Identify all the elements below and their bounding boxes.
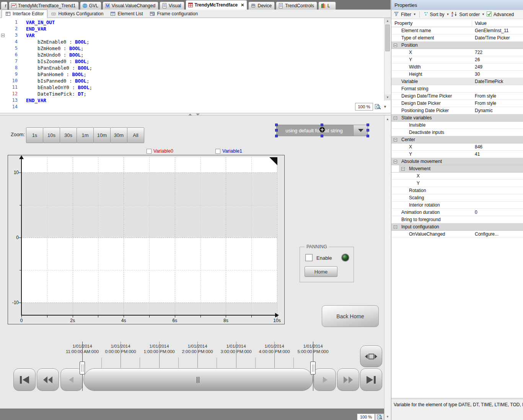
editor-splitter[interactable] [0, 113, 391, 116]
subtab-element-list[interactable]: Element List [107, 10, 146, 18]
code-scrollbar[interactable]: ▲ ▼ [384, 18, 390, 101]
zoom-button-30s[interactable]: 30s [60, 127, 77, 143]
dropdown-arrow-icon[interactable] [353, 125, 368, 136]
property-group-center[interactable]: Center [391, 136, 523, 143]
code-line[interactable]: 10 bIsPanned0 : BOOL; [0, 78, 391, 84]
code-line[interactable]: 3VAR [0, 32, 391, 39]
selection-handle[interactable] [321, 135, 323, 137]
property-row-x[interactable]: X [391, 173, 523, 180]
code-line[interactable]: 13END_VAR [0, 97, 391, 104]
property-group-input-configuration[interactable]: Input configuration [391, 223, 523, 231]
property-row-bring-to-foreground[interactable]: Bring to foreground [391, 216, 523, 223]
property-group-position[interactable]: Position [391, 42, 523, 49]
code-line[interactable]: 7 bIsZoomed0 : BOOL; [0, 58, 391, 65]
sort-by-menu[interactable]: Sort by [430, 12, 445, 17]
doc-tab-partial[interactable]: r [1, 2, 8, 10]
magnifier-icon[interactable] [373, 103, 382, 111]
property-row-x[interactable]: X722 [391, 49, 523, 56]
chevron-down-icon[interactable]: ▼ [383, 105, 387, 109]
fold-collapse-icon[interactable] [1, 34, 5, 37]
element-center-anchor-icon[interactable] [319, 127, 325, 134]
fast-forward-button[interactable] [337, 368, 359, 391]
code-line[interactable]: 12 DateTimePick: DT; [0, 91, 391, 97]
collapse-icon[interactable] [401, 167, 405, 171]
property-value[interactable]: GenElemInst_11 [475, 28, 509, 33]
code-line[interactable]: 5 bZmHome0 : BOOL; [0, 45, 391, 52]
selection-handle[interactable] [321, 124, 323, 126]
property-row-rotation[interactable]: Rotation [391, 187, 523, 194]
skip-to-start-button[interactable] [13, 368, 36, 391]
property-row-y[interactable]: Y26 [391, 56, 523, 63]
property-row-variable[interactable]: VariableDateTimePick [391, 78, 523, 85]
doc-tab-device[interactable]: Device [248, 2, 275, 10]
property-value[interactable]: Date/Time Picker [475, 35, 510, 41]
property-value[interactable]: 249 [475, 64, 482, 70]
property-row-y[interactable]: Y41 [391, 151, 523, 158]
subtab-interface-editor[interactable]: Interface Editor [2, 10, 47, 18]
track-handle-icon[interactable] [197, 377, 197, 383]
code-line[interactable]: 4 bZmEnable0 : BOOL; [0, 39, 391, 45]
property-row-positioning-date-picker[interactable]: Positioning Date PickerDynamic [391, 107, 523, 114]
property-row-onvaluechanged[interactable]: OnValueChangedConfigure... [391, 231, 523, 238]
subtab-hotkeys-configuration[interactable]: Hotkeys Configuration [47, 10, 107, 18]
property-row-height[interactable]: Height30 [391, 71, 523, 78]
selection-handle[interactable] [275, 135, 278, 137]
doc-tab-l[interactable]: L [318, 2, 336, 10]
code-zoom-level[interactable]: 100 % [355, 103, 373, 111]
chevron-down-icon[interactable]: ▼ [413, 13, 416, 16]
property-row-invisible[interactable]: Invisible [391, 122, 523, 129]
selection-handle[interactable] [275, 129, 278, 132]
collapse-icon[interactable] [394, 160, 397, 163]
range-select-button[interactable] [360, 345, 382, 367]
property-row-type-of-element[interactable]: Type of elementDate/Time Picker [391, 34, 523, 42]
timeline-scroll-track[interactable] [83, 368, 313, 391]
scroll-up-icon[interactable]: ▲ [385, 116, 391, 122]
track-handle-icon[interactable] [199, 377, 199, 383]
code-line[interactable]: 6 bZmUndo0 : BOOL; [0, 52, 391, 58]
chart-cursor-marker-icon[interactable] [269, 157, 277, 165]
zoom-button-1s[interactable]: 1s [26, 127, 43, 143]
property-value[interactable]: Configure... [475, 231, 499, 237]
property-value[interactable]: 722 [475, 50, 482, 55]
property-row-design-date-picker[interactable]: Design Date PickerFrom style [391, 100, 523, 107]
chevron-down-icon[interactable]: ▼ [482, 13, 485, 16]
property-row-scaling[interactable]: Scaling [391, 194, 523, 202]
property-row-design-date-time-picker[interactable]: Design Date/Time PickerFrom style [391, 93, 523, 100]
step-forward-button[interactable] [314, 368, 336, 391]
sort-order-menu[interactable]: Sort order [459, 12, 480, 17]
property-value[interactable]: Dynamic [475, 108, 493, 113]
property-row-animation-duration[interactable]: Animation duration0 [391, 209, 523, 216]
property-group-movement[interactable]: Movement [391, 165, 523, 173]
advanced-checkbox-icon[interactable] [487, 11, 492, 18]
subtab-frame-configuration[interactable]: Frame configuration [146, 10, 201, 18]
doc-tab-trendymctrendface-trend1[interactable]: TrendyMcTrendface_Trend1 [9, 2, 79, 10]
chevron-down-icon[interactable]: ▼ [446, 13, 450, 16]
property-group-state-variables[interactable]: State variables [391, 114, 523, 122]
variable-checkbox[interactable] [215, 149, 220, 154]
filter-menu[interactable]: Filter [401, 12, 411, 17]
code-line[interactable]: 9 bPanHome0 : BOOL; [0, 71, 391, 78]
property-row-y[interactable]: Y [391, 180, 523, 187]
property-row-width[interactable]: Width249 [391, 63, 523, 71]
doc-tab-visual[interactable]: Visual [160, 2, 184, 10]
scroll-down-icon[interactable]: ▼ [385, 94, 391, 100]
variable-checkbox[interactable] [147, 149, 152, 154]
property-row-x[interactable]: X846 [391, 143, 523, 151]
code-line[interactable]: 1VAR_IN_OUT [0, 19, 391, 26]
code-line[interactable]: 14 [0, 104, 391, 110]
magnifier-icon[interactable] [375, 413, 384, 420]
zoom-button-10m[interactable]: 10m [93, 127, 111, 143]
declaration-editor[interactable]: 1VAR_IN_OUT2END_VAR3VAR4 bZmEnable0 : BO… [0, 18, 391, 113]
visualization-canvas[interactable]: Zoom: 1s10s30s1m10m30mAll using default … [0, 116, 391, 420]
back-home-button[interactable]: Back Home [322, 305, 379, 327]
doc-tab-trendymctrendface[interactable]: TrendyMcTrendface✕ [186, 0, 248, 10]
property-row-deactivate-inputs[interactable]: Deactivate inputs [391, 129, 523, 136]
timeline-range-handle[interactable] [310, 361, 316, 374]
fast-backward-button[interactable] [37, 368, 59, 391]
code-line[interactable]: 2END_VAR [0, 26, 391, 32]
zoom-button-all[interactable]: All [127, 127, 144, 143]
zoom-button-1m[interactable]: 1m [77, 127, 94, 143]
datetime-picker-element[interactable]: using default format string [276, 125, 368, 136]
property-row-format-string[interactable]: Format string [391, 85, 523, 93]
property-group-absolute-movement[interactable]: Absolute movement [391, 158, 523, 165]
